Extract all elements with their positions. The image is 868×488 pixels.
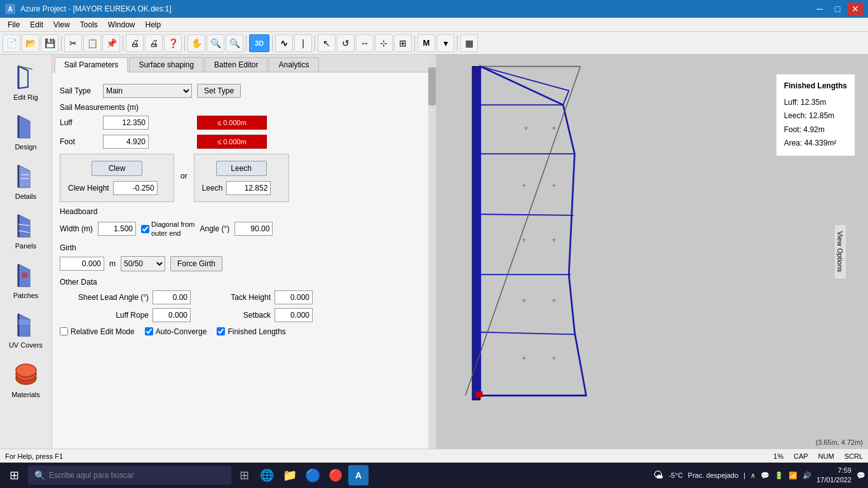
menu-file[interactable]: File: [3, 19, 25, 30]
menu-tools[interactable]: Tools: [75, 19, 103, 30]
relative-edit-label[interactable]: Relative Edit Mode: [60, 327, 135, 336]
finished-lengths-box: Finished Lengths Luff: 12.35m Leech: 12.…: [776, 74, 855, 156]
move-button[interactable]: ⊹: [375, 34, 393, 52]
system-tray-up[interactable]: ∧: [750, 471, 756, 480]
align-button[interactable]: ⊞: [394, 34, 412, 52]
setback-input[interactable]: [275, 308, 313, 322]
paste-button[interactable]: 📌: [102, 34, 120, 52]
auto-converge-label[interactable]: Auto-Converge: [145, 327, 207, 336]
notification-icon[interactable]: 💬: [857, 471, 865, 480]
system-icon1: 💬: [761, 471, 770, 480]
clew-height-input[interactable]: [113, 181, 158, 195]
print-button[interactable]: 🖨: [126, 34, 144, 52]
tack-height-label: Tack Height: [207, 293, 271, 302]
mode-button[interactable]: M: [417, 34, 435, 52]
separator-3: [184, 36, 185, 51]
fl-title: Finished Lengths: [784, 79, 847, 93]
zoom-in-button[interactable]: 🔍: [207, 34, 224, 52]
tool2-button[interactable]: |: [294, 34, 312, 52]
sidebar-item-design[interactable]: Design: [1, 107, 51, 155]
taskbar-app2[interactable]: 📁: [280, 465, 300, 485]
sidebar-item-materials[interactable]: Materials: [1, 355, 51, 403]
app-icon: A: [5, 4, 15, 14]
3d-button[interactable]: 3D: [249, 34, 269, 52]
search-box[interactable]: 🔍 Escribe aquí para buscar: [28, 466, 231, 485]
copy-button[interactable]: 📋: [83, 34, 101, 52]
content-panel: Sail Parameters Surface shaping Batten E…: [52, 55, 437, 449]
finished-lengths-checkbox-label[interactable]: Finished Lengths: [217, 327, 285, 336]
zoom-out-button[interactable]: 🔍: [226, 34, 243, 52]
tab-analytics[interactable]: Analytics: [269, 57, 318, 72]
foot-input[interactable]: [103, 135, 149, 149]
relative-edit-checkbox[interactable]: [60, 327, 68, 336]
new-button[interactable]: 📄: [3, 34, 20, 52]
start-button[interactable]: ⊞: [3, 464, 25, 487]
cut-button[interactable]: ✂: [64, 34, 82, 52]
clew-box: Clew Clew Height: [60, 154, 174, 202]
taskbar-azure[interactable]: A: [348, 465, 369, 485]
print2-button[interactable]: 🖨: [145, 34, 163, 52]
taskbar-app1[interactable]: 🌐: [257, 465, 277, 485]
select-button[interactable]: ↖: [318, 34, 336, 52]
luff-input[interactable]: [103, 116, 149, 130]
save-button[interactable]: 💾: [41, 34, 58, 52]
sidebar-item-patches[interactable]: Patches: [1, 255, 51, 304]
separator-2: [123, 36, 123, 51]
sail-type-select[interactable]: Main Jib Spinnaker: [103, 84, 192, 98]
system-icon3: 📶: [789, 471, 797, 480]
tack-height-input[interactable]: [275, 290, 313, 304]
diagonal-checkbox-label[interactable]: Diagonal fromouter end: [141, 220, 194, 238]
scrollbar[interactable]: [428, 55, 436, 449]
set-type-button[interactable]: Set Type: [197, 84, 241, 98]
svg-text:+: +: [522, 181, 526, 190]
girth-value-input[interactable]: [60, 257, 104, 271]
svg-text:+: +: [522, 354, 526, 363]
taskbar-app3[interactable]: 🔴: [325, 465, 346, 485]
tab-sail-parameters[interactable]: Sail Parameters: [55, 57, 128, 72]
menu-view[interactable]: View: [48, 19, 75, 30]
grid-button[interactable]: ▦: [460, 34, 478, 52]
sidebar-item-edit-rig[interactable]: Edit Rig: [1, 57, 51, 105]
girth-label: Girth: [60, 243, 423, 252]
maximize-button[interactable]: □: [830, 3, 845, 15]
leech-button[interactable]: Leech: [216, 161, 267, 176]
angle-input[interactable]: [234, 222, 273, 236]
menu-window[interactable]: Window: [103, 19, 140, 30]
minimize-button[interactable]: ─: [812, 3, 827, 15]
sheet-lead-input[interactable]: [153, 290, 191, 304]
close-button[interactable]: ✕: [848, 3, 863, 15]
mirror-button[interactable]: ↔: [356, 34, 374, 52]
menu-edit[interactable]: Edit: [25, 19, 48, 30]
diagonal-checkbox[interactable]: [141, 225, 149, 233]
tab-batten-editor[interactable]: Batten Editor: [205, 57, 268, 72]
sidebar-item-uv-covers[interactable]: UV Covers: [1, 305, 51, 353]
view-options-tab[interactable]: View Options: [834, 224, 847, 280]
menu-help[interactable]: Help: [140, 19, 166, 30]
luff-error-bar: ≤ 0.000m: [197, 116, 267, 130]
help-icon-button[interactable]: ❓: [164, 34, 182, 52]
sidebar-label-design: Design: [15, 143, 36, 151]
sidebar-item-details[interactable]: Details: [1, 156, 51, 205]
auto-converge-checkbox[interactable]: [145, 327, 153, 336]
tab-surface-shaping[interactable]: Surface shaping: [129, 57, 203, 72]
task-view-button[interactable]: ⊞: [234, 465, 254, 485]
canvas-area[interactable]: View Options + + + + + + +: [437, 55, 868, 449]
headboard-width-input[interactable]: [98, 222, 136, 236]
window-controls[interactable]: ─ □ ✕: [812, 3, 863, 15]
finished-lengths-checkbox[interactable]: [217, 327, 225, 336]
girth-split-select[interactable]: 50/50 40/60 60/40: [121, 256, 165, 271]
headboard-row: Width (m) Diagonal fromouter end Angle (…: [60, 220, 423, 238]
separator-4: [246, 36, 247, 51]
dropdown-button[interactable]: ▾: [437, 34, 454, 52]
leech-input[interactable]: [226, 181, 271, 195]
luff-rope-input[interactable]: [153, 308, 191, 322]
force-girth-button[interactable]: Force Girth: [170, 256, 222, 271]
rotate-button[interactable]: ↺: [337, 34, 355, 52]
taskbar-chrome[interactable]: 🔵: [302, 465, 323, 485]
clew-button[interactable]: Clew: [92, 161, 142, 176]
open-button[interactable]: 📂: [22, 34, 39, 52]
tool1-button[interactable]: ∿: [275, 34, 293, 52]
other-data-section: Other Data Sheet Lead Angle (°) Tack Hei…: [60, 278, 423, 322]
pan-button[interactable]: ✋: [187, 34, 205, 52]
sidebar-item-panels[interactable]: Panels: [1, 206, 51, 254]
